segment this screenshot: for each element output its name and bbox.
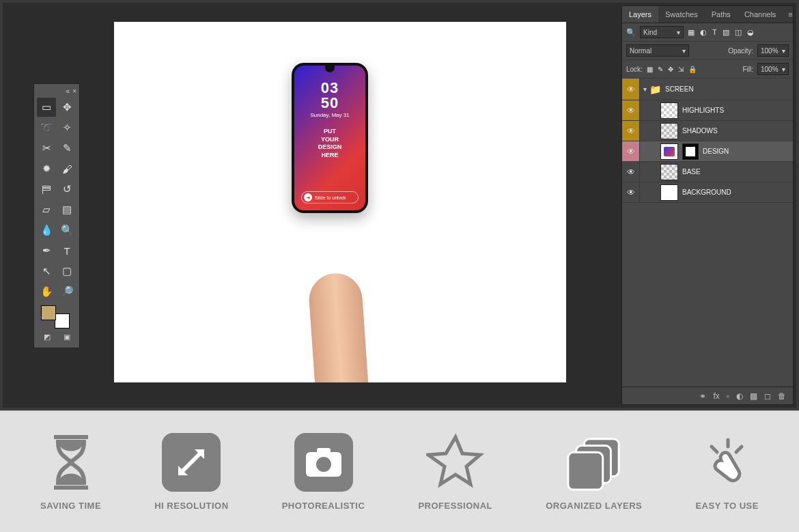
screen-mode-icon[interactable]: ▣: [61, 331, 72, 342]
layers-panel: LayersSwatchesPathsChannels≡ 🔍 Kind▾ ▦◐T…: [621, 5, 794, 405]
visibility-toggle[interactable]: 👁: [622, 141, 640, 161]
foreground-color-swatch[interactable]: [41, 305, 56, 320]
expand-caret-icon[interactable]: ▾: [640, 85, 649, 93]
panel-menu-icon[interactable]: ≡: [783, 6, 798, 23]
crop-icon[interactable]: ✂: [37, 139, 56, 158]
chevron-down-icon: ▾: [782, 66, 785, 73]
hand-icon[interactable]: ✋: [37, 282, 56, 301]
lock-option-icon[interactable]: ▦: [647, 66, 653, 73]
layer-row[interactable]: 👁BASE: [622, 162, 793, 182]
layer-row[interactable]: 👁SHADOWS: [622, 121, 793, 141]
fill-input[interactable]: 100%▾: [757, 63, 789, 75]
eraser-icon[interactable]: ▱: [37, 200, 56, 219]
filter-type-icon[interactable]: ◐: [700, 28, 707, 37]
lock-option-icon[interactable]: 🔒: [688, 66, 697, 73]
design-placeholder-text: PUT YOUR DESIGN HERE: [318, 128, 342, 160]
gradient-icon[interactable]: ▤: [57, 200, 76, 219]
camera-icon: [294, 432, 354, 492]
layer-row[interactable]: 👁HIGHLIGHTS: [622, 100, 793, 121]
layer-thumbnail[interactable]: [660, 102, 678, 119]
feature-label: PROFESSIONAL: [418, 501, 492, 511]
layer-mask-thumbnail[interactable]: [682, 143, 699, 160]
layer-action-icon[interactable]: fx: [713, 391, 719, 401]
stamp-icon[interactable]: ⛿: [37, 180, 56, 199]
layer-action-icon[interactable]: ◐: [736, 391, 743, 401]
layer-thumbnail[interactable]: [660, 184, 678, 201]
filter-type-icon[interactable]: T: [712, 28, 717, 37]
quick-mask-icon[interactable]: ◩: [42, 331, 53, 342]
feature-item: EASY TO USE: [695, 432, 758, 511]
layer-action-icon[interactable]: ▩: [750, 391, 757, 401]
type-icon[interactable]: T: [57, 241, 76, 260]
layer-action-icon[interactable]: ⚭: [699, 391, 706, 401]
layer-action-icon[interactable]: 🗑: [778, 391, 786, 401]
fill-label: Fill:: [742, 66, 753, 73]
clock-hour: 03: [321, 81, 339, 96]
tab-paths[interactable]: Paths: [705, 6, 738, 23]
document-canvas[interactable]: 03 50 Sunday, May 31 PUT YOUR DESIGN HER…: [114, 22, 566, 382]
layer-thumbnail[interactable]: [660, 164, 678, 180]
opacity-input[interactable]: 100%▾: [757, 44, 789, 57]
layer-row[interactable]: 👁▾📁SCREEN: [622, 79, 793, 100]
star-icon: [425, 432, 486, 492]
rectangle-icon[interactable]: ▢: [57, 262, 76, 281]
tools-panel-header: « ×: [37, 87, 76, 95]
layer-row[interactable]: 👁DESIGN: [622, 141, 793, 162]
filter-type-icon[interactable]: ▧: [723, 28, 729, 37]
filter-type-icon[interactable]: ▦: [688, 28, 695, 37]
phone-screen: 03 50 Sunday, May 31 PUT YOUR DESIGN HER…: [294, 66, 365, 210]
color-swatches[interactable]: [41, 305, 72, 328]
layer-row[interactable]: 👁BACKGROUND: [622, 182, 793, 203]
feature-label: HI RESOLUTION: [154, 501, 228, 511]
background-color-swatch[interactable]: [55, 313, 70, 328]
move-icon[interactable]: ✥: [57, 98, 76, 117]
zoom-icon[interactable]: 🔎: [57, 282, 76, 301]
tab-layers[interactable]: Layers: [622, 6, 658, 23]
eye-icon: 👁: [627, 167, 635, 177]
layer-name: SHADOWS: [682, 127, 718, 135]
lock-option-icon[interactable]: ✎: [658, 66, 663, 73]
close-panel-icon[interactable]: ×: [72, 87, 76, 95]
eyedropper-icon[interactable]: ✎: [57, 139, 76, 158]
layer-thumbnail[interactable]: [660, 143, 678, 160]
visibility-toggle[interactable]: 👁: [622, 79, 640, 100]
layer-name: BACKGROUND: [682, 188, 731, 196]
blend-mode-select[interactable]: Normal▾: [626, 44, 689, 57]
visibility-toggle[interactable]: 👁: [622, 182, 640, 202]
filter-type-icon[interactable]: ◫: [735, 28, 742, 37]
path-select-icon[interactable]: ↖: [37, 262, 56, 281]
pen-icon[interactable]: ✒: [37, 241, 56, 260]
history-brush-icon[interactable]: ↺: [57, 180, 76, 199]
brush-icon[interactable]: 🖌: [57, 159, 76, 178]
layer-action-icon[interactable]: ▫: [727, 391, 729, 401]
chevron-down-icon: ▾: [677, 29, 680, 36]
hourglass-icon: [41, 432, 101, 492]
lasso-icon[interactable]: ➰: [37, 118, 56, 137]
tab-swatches[interactable]: Swatches: [658, 6, 705, 23]
eye-icon: 👁: [627, 188, 635, 197]
feature-label: PHOTOREALISTIC: [282, 501, 365, 511]
folder-icon: 📁: [649, 84, 661, 95]
layer-action-icon[interactable]: ◻: [764, 391, 771, 401]
filter-type-icon[interactable]: ◒: [747, 28, 754, 37]
visibility-toggle[interactable]: 👁: [622, 100, 640, 120]
lock-option-icon[interactable]: ✥: [668, 66, 673, 73]
marquee-icon[interactable]: ▭: [37, 98, 56, 117]
visibility-toggle[interactable]: 👁: [622, 121, 640, 141]
lock-option-icon[interactable]: ⇲: [678, 66, 684, 73]
collapse-panel-icon[interactable]: «: [66, 87, 70, 95]
layer-name: HIGHLIGHTS: [682, 107, 724, 114]
blur-icon[interactable]: 💧: [37, 221, 56, 240]
filter-kind-select[interactable]: Kind▾: [640, 26, 684, 38]
wand-icon[interactable]: ✧: [57, 118, 76, 137]
eye-icon: 👁: [627, 85, 635, 94]
eye-icon: 👁: [627, 126, 635, 136]
patch-icon[interactable]: ✹: [37, 159, 56, 178]
tab-channels[interactable]: Channels: [738, 6, 783, 23]
layer-thumbnail[interactable]: [660, 123, 678, 139]
layers-icon: [564, 432, 624, 492]
click-icon: [697, 432, 757, 492]
dodge-icon[interactable]: 🔍: [57, 221, 76, 240]
visibility-toggle[interactable]: 👁: [622, 162, 640, 182]
phone-notch: [325, 66, 335, 72]
